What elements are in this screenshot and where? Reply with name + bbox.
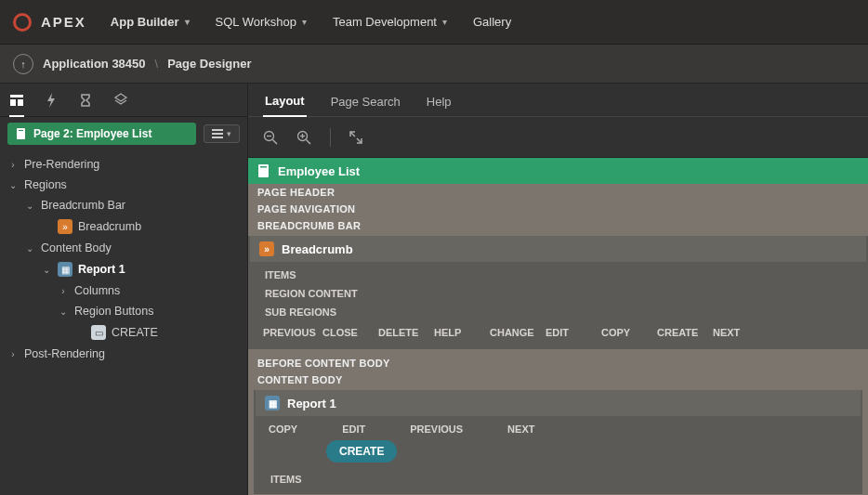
svg-rect-6 [212, 133, 223, 135]
svg-line-9 [273, 139, 278, 144]
tree-label: Pre-Rendering [24, 158, 99, 171]
component-tree: › Pre-Rendering ⌄ Regions ⌄ Breadcrumb B… [0, 150, 247, 368]
svg-rect-7 [212, 137, 223, 138]
zoom-in-button[interactable] [296, 130, 311, 145]
slot-page-navigation[interactable]: PAGE NAVIGATION [248, 201, 868, 217]
tree-menu-button[interactable]: ▾ [204, 124, 240, 143]
slot-create[interactable]: CREATE [657, 325, 713, 340]
tree-node-pre-rendering[interactable]: › Pre-Rendering [0, 154, 247, 175]
tab-help[interactable]: Help [425, 87, 454, 116]
tree-label: CREATE [112, 326, 158, 339]
chevron-right-icon: › [7, 349, 19, 359]
divider [330, 128, 331, 147]
button-positions-row: PREVIOUS CLOSE DELETE HELP CHANGE EDIT C… [248, 321, 868, 344]
arrow-up-icon: ↑ [20, 59, 26, 70]
slot-region-content[interactable]: REGION CONTENT [248, 284, 868, 303]
region-header-report1[interactable]: ▦ Report 1 [256, 390, 861, 416]
create-button[interactable]: CREATE [326, 440, 397, 462]
slot-copy[interactable]: COPY [269, 423, 297, 435]
svg-rect-5 [212, 129, 223, 131]
processing-tab-icon[interactable] [78, 93, 93, 108]
region-header-breadcrumb[interactable]: » Breadcrumb [250, 236, 866, 262]
rendering-tab-icon[interactable] [9, 93, 24, 117]
chevron-down-icon: ⌄ [24, 243, 35, 254]
create-button-slot: CREATE [254, 440, 862, 470]
svg-line-12 [307, 139, 311, 144]
nav-app-builder[interactable]: App Builder ▾ [111, 15, 190, 29]
chevron-right-icon: › [58, 286, 69, 296]
tab-page-search[interactable]: Page Search [329, 87, 402, 116]
chevron-down-icon: ▾ [185, 17, 190, 27]
slot-breadcrumb-bar[interactable]: BREADCRUMB BAR [248, 217, 868, 234]
tree-node-content-body[interactable]: ⌄ Content Body [0, 238, 247, 258]
shared-components-tab-icon[interactable] [113, 93, 128, 108]
tree-node-columns[interactable]: › Columns [0, 280, 247, 301]
report-region-icon: ▦ [58, 262, 72, 277]
chevron-down-icon: ⌄ [58, 306, 69, 317]
nav-label: SQL Workshop [216, 15, 296, 29]
nav-label: App Builder [111, 15, 179, 29]
nav-sql-workshop[interactable]: SQL Workshop ▾ [216, 15, 307, 29]
tree-label: Content Body [41, 241, 112, 254]
slot-edit[interactable]: EDIT [342, 423, 365, 435]
slot-previous[interactable]: PREVIOUS [263, 325, 322, 340]
svg-rect-4 [19, 130, 23, 131]
center-tabs: Layout Page Search Help [248, 84, 868, 117]
breadcrumb-app[interactable]: Application 38450 [43, 57, 146, 71]
tab-layout[interactable]: Layout [263, 86, 307, 117]
nav-label: Gallery [473, 15, 511, 29]
zoom-out-button[interactable] [263, 130, 278, 145]
region-header-label: Report 1 [287, 397, 336, 410]
tree-label: Report 1 [78, 263, 125, 276]
slot-copy[interactable]: COPY [601, 325, 657, 340]
slot-before-content-body[interactable]: BEFORE CONTENT BODY [248, 355, 868, 371]
page-icon [15, 127, 28, 140]
report-region-icon: ▦ [265, 396, 280, 410]
region-header-label: Breadcrumb [282, 242, 353, 256]
tree-node-region-buttons[interactable]: ⌄ Region Buttons [0, 301, 247, 321]
tree-node-post-rendering[interactable]: › Post-Rendering [0, 344, 247, 364]
slot-change[interactable]: CHANGE [490, 325, 546, 340]
breadcrumb-region-icon: » [259, 241, 274, 256]
slot-delete[interactable]: DELETE [378, 325, 434, 340]
slot-sub-regions[interactable]: SUB REGIONS [248, 303, 868, 321]
layout-canvas[interactable]: Employee List PAGE HEADER PAGE NAVIGATIO… [248, 158, 868, 495]
tree-node-create-button[interactable]: ▭ CREATE [0, 321, 247, 344]
tree-node-breadcrumb-bar[interactable]: ⌄ Breadcrumb Bar [0, 195, 247, 215]
tree-node-regions[interactable]: ⌄ Regions [0, 175, 247, 195]
slot-help[interactable]: HELP [434, 325, 490, 340]
expand-button[interactable] [349, 131, 362, 144]
tree-node-breadcrumb[interactable]: » Breadcrumb [0, 215, 247, 238]
breadcrumb-region-icon: » [58, 219, 72, 234]
button-positions-row: COPY EDIT PREVIOUS NEXT [254, 420, 862, 440]
region-slots: ITEMS REGION CONTENT SUB REGIONS PREVIOU… [248, 264, 868, 349]
nav-up-button[interactable]: ↑ [13, 54, 33, 74]
slot-edit[interactable]: EDIT [546, 325, 601, 340]
slot-next[interactable]: NEXT [713, 325, 769, 340]
region-slots: COPY EDIT PREVIOUS NEXT CREATE ITEMS [254, 418, 862, 494]
dynamic-actions-tab-icon[interactable] [45, 93, 58, 108]
slot-next[interactable]: NEXT [507, 423, 534, 435]
slot-page-header[interactable]: PAGE HEADER [248, 184, 868, 201]
left-toolbar [0, 84, 247, 117]
page-breadcrumb: ↑ Application 38450 \ Page Designer [0, 45, 868, 84]
tree-node-report1[interactable]: ⌄ ▦ Report 1 [0, 258, 247, 280]
breadcrumb-page[interactable]: Page Designer [167, 57, 251, 71]
nav-gallery[interactable]: Gallery [473, 15, 511, 29]
tree-label: Columns [74, 284, 120, 297]
nav-team-development[interactable]: Team Development ▾ [333, 15, 447, 29]
tree-label: Region Buttons [74, 305, 153, 318]
slot-content-body[interactable]: CONTENT BODY [248, 371, 868, 388]
layout-page-title[interactable]: Employee List [248, 158, 868, 184]
menu-icon [212, 129, 223, 138]
chevron-down-icon: ⌄ [24, 201, 35, 211]
brand-label: APEX [41, 14, 86, 30]
slot-items[interactable]: ITEMS [254, 470, 862, 488]
slot-previous[interactable]: PREVIOUS [410, 423, 463, 435]
page-pill[interactable]: Page 2: Employee List [7, 123, 196, 145]
slot-close[interactable]: CLOSE [322, 325, 378, 340]
chevron-down-icon: ▾ [227, 129, 231, 138]
svg-rect-2 [18, 99, 23, 106]
slot-items[interactable]: ITEMS [248, 266, 868, 284]
page-title-row: Page 2: Employee List ▾ [0, 117, 247, 150]
